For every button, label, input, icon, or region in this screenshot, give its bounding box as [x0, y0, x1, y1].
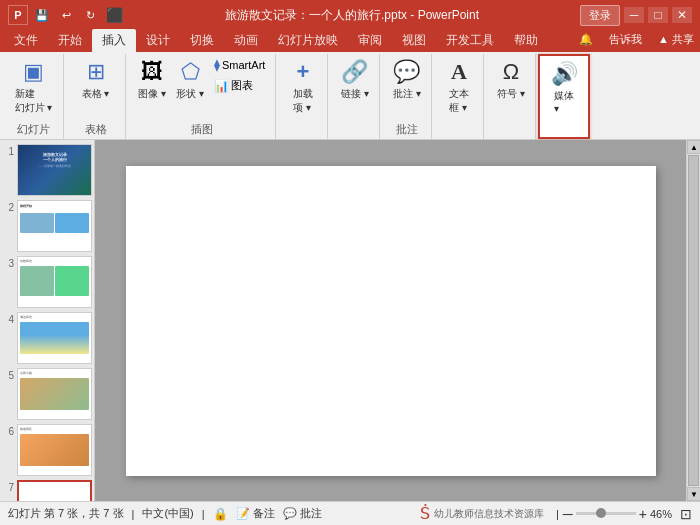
autosave-icon[interactable]: ⬛	[104, 6, 124, 24]
slide-num-4: 4	[2, 314, 14, 325]
addins-button[interactable]: + 加载项 ▾	[285, 56, 321, 118]
image-button[interactable]: 🖼 图像 ▾	[134, 56, 170, 104]
scroll-down-button[interactable]: ▼	[687, 487, 700, 501]
new-slide-button[interactable]: ▣ 新建幻灯片 ▾	[11, 56, 57, 118]
scrollbar-right: ▲ ▼	[686, 140, 700, 501]
slide2-img1	[20, 213, 54, 233]
share-button[interactable]: ▲ 共享	[652, 30, 700, 49]
zoom-level: 46%	[650, 508, 672, 520]
slide3-img2	[55, 266, 89, 296]
tab-insert[interactable]: 插入	[92, 29, 136, 52]
media-label: 媒体▾	[554, 89, 574, 114]
slide-thumb-6[interactable]: 6 旅途回忆	[2, 424, 92, 476]
media-button[interactable]: 🔊 媒体▾	[546, 58, 582, 117]
group-label-table: 表格	[85, 122, 107, 137]
tab-design[interactable]: 设计	[136, 29, 180, 52]
app-icon: P	[8, 5, 28, 25]
close-icon[interactable]: ✕	[672, 7, 692, 23]
ribbon-group-text: A 文本框 ▾	[434, 54, 484, 139]
slide-img-2: 旅程开始	[17, 200, 92, 252]
comment-button[interactable]: 💬 批注 ▾	[389, 56, 425, 104]
tab-transitions[interactable]: 切换	[180, 29, 224, 52]
slide-thumb-1[interactable]: 1 旅游散文记录一个人的旅行 —— 记录每一刻美好时光	[2, 144, 92, 196]
slide-num-7: 7	[2, 482, 14, 493]
zoom-in-icon[interactable]: +	[639, 506, 647, 522]
tab-review[interactable]: 审阅	[348, 29, 392, 52]
ribbon-tabs: 文件 开始 插入 设计 切换 动画 幻灯片放映 审阅 视图 开发工具 帮助 🔔 …	[0, 30, 700, 52]
chart-button[interactable]: 📊 图表	[210, 76, 269, 95]
save-icon[interactable]: 💾	[32, 6, 52, 24]
ribbon-group-illustrations: 🖼 图像 ▾ ⬠ 形状 ▾ ⧫ SmartArt 📊 图表 插图	[128, 54, 276, 139]
fit-slide-icon[interactable]: ⊡	[680, 506, 692, 522]
ribbon-group-links-content: 🔗 链接 ▾	[337, 56, 373, 135]
shapes-icon: ⬠	[181, 59, 200, 85]
addins-icon: +	[296, 59, 309, 85]
login-button[interactable]: 登录	[580, 5, 620, 26]
slide-thumb-7[interactable]: 7	[2, 480, 92, 501]
textbox-button[interactable]: A 文本框 ▾	[441, 56, 477, 118]
minimize-icon[interactable]: ─	[624, 7, 644, 23]
bell-icon[interactable]: 🔔	[573, 31, 599, 48]
slide-thumb-2[interactable]: 2 旅程开始	[2, 200, 92, 252]
slide-img-1: 旅游散文记录一个人的旅行 —— 记录每一刻美好时光	[17, 144, 92, 196]
ribbon-group-slides-content: ▣ 新建幻灯片 ▾	[11, 56, 57, 120]
slide-num-2: 2	[2, 202, 14, 213]
slide1-subtitle: —— 记录每一刻美好时光	[18, 165, 91, 168]
tab-view[interactable]: 视图	[392, 29, 436, 52]
main-area: 1 旅游散文记录一个人的旅行 —— 记录每一刻美好时光 2 旅程开始	[0, 140, 700, 501]
smartart-button[interactable]: ⧫ SmartArt	[210, 56, 269, 74]
language-info: 中文(中国)	[142, 506, 193, 521]
textbox-label: 文本框 ▾	[449, 87, 469, 115]
zoom-slider-thumb[interactable]	[596, 508, 606, 518]
link-button[interactable]: 🔗 链接 ▾	[337, 56, 373, 104]
scroll-up-button[interactable]: ▲	[687, 140, 700, 154]
slide4-text: 海边风光	[18, 313, 91, 321]
slide-num-1: 1	[2, 146, 14, 157]
group-label-comments: 批注	[396, 122, 418, 137]
slide-thumb-5[interactable]: 5 山间小路	[2, 368, 92, 420]
shapes-button[interactable]: ⬠ 形状 ▾	[172, 56, 208, 104]
accessibility-icon: 🔒	[213, 507, 228, 521]
notes-button[interactable]: 📝 备注	[236, 506, 275, 521]
tab-home[interactable]: 开始	[48, 29, 92, 52]
new-slide-icon: ▣	[23, 59, 44, 85]
scroll-thumb-vertical[interactable]	[688, 155, 699, 486]
redo-icon[interactable]: ↻	[80, 6, 100, 24]
tab-animations[interactable]: 动画	[224, 29, 268, 52]
status-divider2: |	[202, 508, 205, 520]
tell-me-button[interactable]: 告诉我	[603, 30, 648, 49]
ribbon-tab-right: 🔔 告诉我 ▲ 共享	[573, 30, 700, 52]
slide3-text: 自然风光	[18, 257, 91, 265]
table-button[interactable]: ⊞ 表格 ▾	[78, 56, 114, 104]
zoom-slider[interactable]	[576, 512, 636, 515]
slide2-img2	[55, 213, 89, 233]
link-icon: 🔗	[341, 59, 368, 85]
editor-area[interactable]	[95, 140, 686, 501]
slide5-text: 山间小路	[18, 369, 91, 377]
watermark-text: 幼儿教师信息技术资源库	[434, 507, 544, 521]
table-icon: ⊞	[87, 59, 105, 85]
slide-img-7	[17, 480, 92, 501]
slide-thumb-4[interactable]: 4 海边风光	[2, 312, 92, 364]
ribbon-group-text-content: A 文本框 ▾	[441, 56, 477, 135]
tab-file[interactable]: 文件	[4, 29, 48, 52]
slide6-text: 旅途回忆	[18, 425, 91, 433]
undo-icon[interactable]: ↩	[56, 6, 76, 24]
comments-button[interactable]: 💬 批注	[283, 506, 322, 521]
smartart-label: SmartArt	[222, 59, 265, 71]
tab-slideshow[interactable]: 幻灯片放映	[268, 29, 348, 52]
maximize-icon[interactable]: □	[648, 7, 668, 23]
slide-thumb-3[interactable]: 3 自然风光	[2, 256, 92, 308]
zoom-out-icon[interactable]: ─	[563, 506, 573, 522]
shapes-label: 形状 ▾	[176, 87, 204, 101]
link-label: 链接 ▾	[341, 87, 369, 101]
symbol-button[interactable]: Ω 符号 ▾	[493, 56, 529, 104]
media-icon: 🔊	[551, 61, 578, 87]
ribbon-group-symbols-content: Ω 符号 ▾	[493, 56, 529, 135]
tab-help[interactable]: 帮助	[504, 29, 548, 52]
slide6-img	[20, 434, 89, 466]
title-bar: P 💾 ↩ ↻ ⬛ 旅游散文记录：一个人的旅行.pptx - PowerPoin…	[0, 0, 700, 30]
slide-canvas	[126, 166, 656, 476]
tab-developer[interactable]: 开发工具	[436, 29, 504, 52]
slide2-text: 旅程开始	[18, 201, 91, 211]
